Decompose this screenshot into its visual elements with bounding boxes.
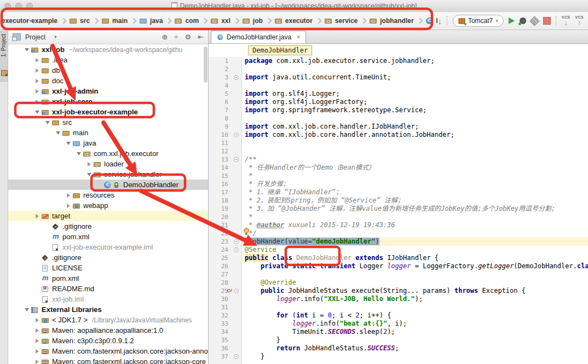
collapsed-arrow-icon[interactable] xyxy=(33,318,41,322)
tree-row[interactable]: External Libraries xyxy=(8,304,208,315)
code-line[interactable]: 28 @Override xyxy=(209,279,588,287)
expanded-arrow-icon[interactable] xyxy=(23,48,31,51)
code-line[interactable]: 16 * 开发步骤： xyxy=(209,180,588,188)
tree-row[interactable]: pom.xml xyxy=(8,232,208,242)
code-line[interactable]: 25public class DemoJobHandler extends IJ… xyxy=(209,254,588,262)
code-line[interactable]: 9import com.xxl.job.core.handler.IJobHan… xyxy=(209,123,588,131)
expanded-arrow-icon[interactable] xyxy=(85,173,93,176)
expanded-arrow-icon[interactable] xyxy=(75,152,83,155)
hide-panel-button[interactable]: ⇤ xyxy=(198,33,204,41)
collapsed-arrow-icon[interactable] xyxy=(33,68,41,73)
tree-row[interactable]: DemoJobHandler xyxy=(8,180,208,190)
code-line[interactable]: 1package com.xxl.job.executor.service.jo… xyxy=(209,57,588,65)
tree-row[interactable]: java xyxy=(8,138,208,148)
code-line[interactable]: 19 * 3、加 “@JobHander” 注解，注解value值为新增任务生成… xyxy=(209,205,588,213)
code-line[interactable]: 3import java.util.concurrent.TimeUnit; xyxy=(209,73,588,82)
tree-row[interactable]: xxl-job~/workspaces/idea-git-workspace/g… xyxy=(8,44,208,55)
code-line[interactable]: 18 * 2、装配到Spring，例如加 “@Service” 注解； xyxy=(209,197,588,205)
coverage-button[interactable] xyxy=(529,16,539,26)
code-line[interactable]: 2 xyxy=(209,65,588,73)
collapsed-arrow-icon[interactable] xyxy=(33,58,41,62)
intention-bulb-icon[interactable] xyxy=(243,228,250,234)
run-button[interactable] xyxy=(509,18,515,24)
tree-row[interactable]: Maven: c3p0:c3p0:0.9.1.2 xyxy=(8,336,208,346)
tree-row[interactable]: target xyxy=(8,211,208,221)
fold-marker-icon[interactable] xyxy=(234,247,239,252)
code-line[interactable]: 10import com.xxl.job.core.handler.annota… xyxy=(209,131,588,139)
fold-marker-icon[interactable] xyxy=(234,354,239,359)
tree-row[interactable]: src xyxy=(8,117,208,128)
code-line[interactable]: 24@Service xyxy=(209,246,588,254)
collapsed-arrow-icon[interactable] xyxy=(33,360,41,364)
code-line[interactable]: 22 */ xyxy=(209,229,588,238)
code-line[interactable]: 34 TimeUnit.SECONDS.sleep(2); xyxy=(209,328,588,336)
tree-row[interactable]: xxl-job.iml xyxy=(8,294,208,304)
code-line[interactable]: 29 public JobHandleStatus execute(String… xyxy=(209,287,588,295)
code-line[interactable]: 20 * xyxy=(209,213,588,221)
code-line[interactable]: 31 xyxy=(209,303,588,311)
breadcrumb-item[interactable]: xxl xyxy=(210,16,230,25)
vcs-commit-button[interactable]: VCS ↑ xyxy=(575,15,584,26)
breadcrumb-item[interactable]: main xyxy=(101,16,128,25)
tree-row[interactable]: .gitignore xyxy=(8,252,208,263)
fold-marker-icon[interactable] xyxy=(234,132,239,137)
collapsed-arrow-icon[interactable] xyxy=(65,204,72,208)
tree-row[interactable]: xxl-job-executor-example.iml xyxy=(8,242,208,252)
editor-tab[interactable]: DemoJobHandler.java × xyxy=(211,31,306,43)
project-scrollbar[interactable] xyxy=(204,47,207,83)
expanded-arrow-icon[interactable] xyxy=(54,131,62,135)
breadcrumb-item[interactable]: jobhandler xyxy=(369,16,413,25)
breadcrumb-item[interactable]: DemoJobHandler xyxy=(425,16,438,25)
tree-row[interactable]: LICENSE xyxy=(8,263,208,273)
code-area[interactable]: 1package com.xxl.job.executor.service.jo… xyxy=(209,57,588,364)
tree-row[interactable]: xxl-job-admin xyxy=(8,86,208,96)
collapsed-arrow-icon[interactable] xyxy=(65,193,72,198)
collapsed-arrow-icon[interactable] xyxy=(85,162,93,166)
tree-row[interactable]: doc xyxy=(8,76,208,86)
tree-row[interactable]: < JDK1.7 >/Library/Java/JavaVirtualMachi… xyxy=(8,315,208,325)
debug-button[interactable] xyxy=(520,18,526,24)
fold-marker-icon[interactable] xyxy=(234,239,239,244)
code-line[interactable]: 27 xyxy=(209,270,588,279)
expanded-arrow-icon[interactable] xyxy=(33,111,41,114)
run-configuration-select[interactable]: Tomcat7 ▾ xyxy=(453,15,504,27)
tree-row[interactable]: webapp xyxy=(8,200,208,211)
code-line[interactable]: 36 return JobHandleStatus.SUCCESS; xyxy=(209,344,588,353)
code-line[interactable]: 6import org.slf4j.LoggerFactory; xyxy=(209,98,588,106)
code-line[interactable]: 33 logger.info("beat at:{}", i); xyxy=(209,320,588,328)
expanded-arrow-icon[interactable] xyxy=(23,308,31,311)
collapsed-arrow-icon[interactable] xyxy=(33,349,41,354)
tree-row[interactable]: db xyxy=(8,65,208,76)
tree-row[interactable]: Maven: com.fasterxml.jackson.core:jackso… xyxy=(8,346,208,356)
tree-row[interactable]: .gitignore xyxy=(8,221,208,232)
code-line[interactable]: 30 logger.info("XXL-JOB, Hello World."); xyxy=(209,295,588,303)
settings-gear-button[interactable]: ⚙ xyxy=(185,33,191,41)
tree-row[interactable]: service.jobhandler xyxy=(8,169,208,180)
close-tab-icon[interactable]: × xyxy=(297,33,301,41)
tree-row[interactable]: Maven: com.fasterxml.jackson.core:jackso… xyxy=(8,356,208,364)
code-line[interactable]: 13/** xyxy=(209,155,588,164)
tree-row[interactable]: README.md xyxy=(8,284,208,294)
code-line[interactable]: 17 * 1、继承 “IJobHandler”； xyxy=(209,188,588,197)
tree-row[interactable]: pom.xml xyxy=(8,273,208,284)
breadcrumb-item[interactable]: executor-example xyxy=(2,17,57,25)
collapsed-arrow-icon[interactable] xyxy=(33,89,41,94)
tree-row[interactable]: xxl-job-executor-example xyxy=(8,107,208,117)
code-line[interactable]: 15 * xyxy=(209,172,588,180)
stop-button[interactable] xyxy=(543,17,551,25)
tree-row[interactable]: resources xyxy=(8,190,208,200)
fold-marker-icon[interactable] xyxy=(234,157,239,162)
code-line[interactable]: 11 xyxy=(209,139,588,147)
vcs-update-button[interactable]: VCS ↓ xyxy=(562,15,570,26)
code-line[interactable]: 21 * @author xuxueli 2015-12-19 19:43:36 xyxy=(209,221,588,229)
collapsed-arrow-icon[interactable] xyxy=(33,328,41,333)
collapse-all-button[interactable]: ÷ xyxy=(174,33,178,41)
breadcrumb-chip[interactable]: DemoJobHandler xyxy=(248,45,312,55)
chevron-down-icon[interactable]: ▾ xyxy=(54,34,56,39)
breadcrumb-item[interactable]: src xyxy=(69,16,90,25)
breadcrumb-item[interactable]: com xyxy=(174,16,199,25)
breadcrumb-item[interactable]: java xyxy=(139,16,163,25)
tree-row[interactable]: com.xxl.job.executor xyxy=(8,148,208,159)
override-method-icon[interactable] xyxy=(227,288,233,293)
tree-row[interactable]: loader xyxy=(8,159,208,169)
